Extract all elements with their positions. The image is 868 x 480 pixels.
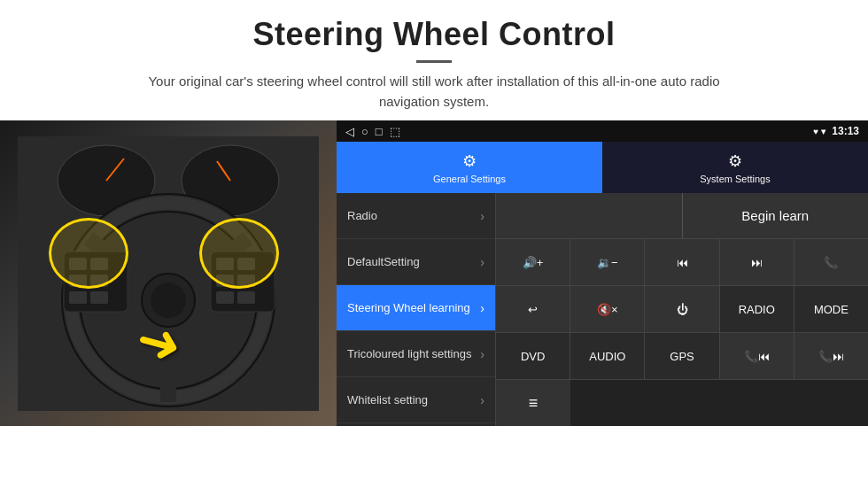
phone-button[interactable]: 📞 <box>794 239 868 285</box>
tel-prev-icon: 📞⏮ <box>744 350 770 363</box>
menu-item-default-setting[interactable]: DefaultSetting › <box>337 239 495 285</box>
audio-button[interactable]: AUDIO <box>570 333 645 379</box>
left-menu: Radio › DefaultSetting › Steering Wheel … <box>337 193 496 426</box>
svg-rect-26 <box>237 291 255 304</box>
tab-system-label: System Settings <box>700 174 770 184</box>
radio-button[interactable]: RADIO <box>720 286 794 332</box>
car-image-area: ➜ <box>0 120 337 426</box>
prev-track-icon: ⏮ <box>677 256 688 269</box>
controls-row-3: DVD AUDIO GPS 📞⏮ 📞⏭ <box>496 333 868 380</box>
mode-label: MODE <box>814 303 849 316</box>
menu-item-whitelist[interactable]: Whitelist setting › <box>337 377 495 423</box>
chevron-whitelist-icon: › <box>480 393 484 407</box>
next-track-icon: ⏭ <box>751 256 763 269</box>
mute-icon: 🔇× <box>597 303 618 316</box>
tel-prev-button[interactable]: 📞⏮ <box>720 333 794 379</box>
back-nav-icon[interactable]: ◁ <box>345 125 354 138</box>
tel-next-button[interactable]: 📞⏭ <box>794 333 868 379</box>
radio-label: RADIO <box>739 303 775 316</box>
gps-button[interactable]: GPS <box>645 333 719 379</box>
tab-system-settings[interactable]: ⚙ System Settings <box>602 142 868 193</box>
status-bar-nav: ◁ ○ □ ⬚ <box>345 125 400 138</box>
tab-general-label: General Settings <box>433 174 506 184</box>
vol-down-button[interactable]: 🔉− <box>570 239 645 285</box>
vol-up-button[interactable]: 🔊+ <box>496 239 570 285</box>
mute-button[interactable]: 🔇× <box>570 286 645 332</box>
chevron-default-icon: › <box>480 255 484 269</box>
menu-item-radio[interactable]: Radio › <box>337 193 495 239</box>
power-button[interactable]: ⏻ <box>645 286 719 332</box>
menu-item-default-label: DefaultSetting <box>347 255 420 268</box>
home-nav-icon[interactable]: ○ <box>361 125 368 138</box>
phone-icon: 📞 <box>824 256 838 269</box>
vol-up-icon: 🔊+ <box>523 256 544 269</box>
menu-item-steering-wheel[interactable]: Steering Wheel learning › <box>337 285 495 331</box>
menu-item-whitelist-label: Whitelist setting <box>347 393 428 406</box>
highlight-circle-right <box>199 218 279 289</box>
chevron-steering-icon: › <box>480 301 484 315</box>
tab-general-settings[interactable]: ⚙ General Settings <box>337 142 602 193</box>
controls-top-row: Begin learn <box>496 193 868 239</box>
power-icon: ⏻ <box>677 303 688 316</box>
tab-bar: ⚙ General Settings ⚙ System Settings <box>337 142 868 193</box>
steering-wheel-background <box>0 120 337 426</box>
menu-item-steering-label: Steering Wheel learning <box>347 301 470 314</box>
audio-label: AUDIO <box>589 350 625 363</box>
controls-grid: 🔊+ 🔉− ⏮ ⏭ 📞 <box>496 239 868 426</box>
chevron-tricoloured-icon: › <box>480 347 484 361</box>
page-header: Steering Wheel Control Your original car… <box>0 0 868 120</box>
page-title: Steering Wheel Control <box>18 16 850 53</box>
dvd-label: DVD <box>521 350 545 363</box>
key-input-box <box>496 193 683 238</box>
gps-label: GPS <box>670 350 694 363</box>
svg-rect-18 <box>69 291 87 304</box>
general-settings-icon: ⚙ <box>462 151 477 171</box>
android-ui-panel: ◁ ○ □ ⬚ ♥ ▾ 13:13 ⚙ General Settings ⚙ S… <box>337 120 868 426</box>
title-divider <box>416 60 452 63</box>
menu-item-tricoloured-label: Tricoloured light settings <box>347 347 471 360</box>
page-subtitle: Your original car's steering wheel contr… <box>124 72 744 112</box>
chevron-radio-icon: › <box>480 209 484 223</box>
hang-up-button[interactable]: ↩ <box>496 286 570 332</box>
menu-item-tricoloured[interactable]: Tricoloured light settings › <box>337 331 495 377</box>
hang-up-icon: ↩ <box>528 303 538 316</box>
system-settings-icon: ⚙ <box>728 151 742 171</box>
status-bar: ◁ ○ □ ⬚ ♥ ▾ 13:13 <box>337 120 868 142</box>
highlight-circle-left <box>49 218 128 289</box>
menu-icon-button[interactable]: ≡ <box>496 380 570 426</box>
content-area: Radio › DefaultSetting › Steering Wheel … <box>337 193 868 426</box>
signal-icons: ♥ ▾ <box>813 127 825 136</box>
vol-down-icon: 🔉− <box>597 256 618 269</box>
screenshot-nav-icon[interactable]: ⬚ <box>390 125 400 138</box>
menu-item-radio-label: Radio <box>347 209 377 222</box>
recent-nav-icon[interactable]: □ <box>376 125 383 138</box>
controls-row-4: ≡ <box>496 380 868 426</box>
time-display: 13:13 <box>832 125 859 137</box>
controls-row-2: ↩ 🔇× ⏻ RADIO MODE <box>496 286 868 333</box>
controls-panel: Begin learn 🔊+ 🔉− ⏮ <box>496 193 868 426</box>
status-bar-time: ♥ ▾ 13:13 <box>813 125 859 137</box>
svg-rect-19 <box>90 291 108 304</box>
controls-row-1: 🔊+ 🔉− ⏮ ⏭ 📞 <box>496 239 868 286</box>
begin-learn-button[interactable]: Begin learn <box>683 193 869 238</box>
svg-rect-25 <box>216 291 234 304</box>
tel-next-icon: 📞⏭ <box>818 350 844 363</box>
mode-button[interactable]: MODE <box>794 286 868 332</box>
main-content: ➜ ◁ ○ □ ⬚ ♥ ▾ 13:13 ⚙ General Settings ⚙ <box>0 120 868 426</box>
prev-track-button[interactable]: ⏮ <box>645 239 719 285</box>
menu-bars-icon: ≡ <box>529 394 539 413</box>
dvd-button[interactable]: DVD <box>496 333 570 379</box>
next-track-button[interactable]: ⏭ <box>720 239 794 285</box>
